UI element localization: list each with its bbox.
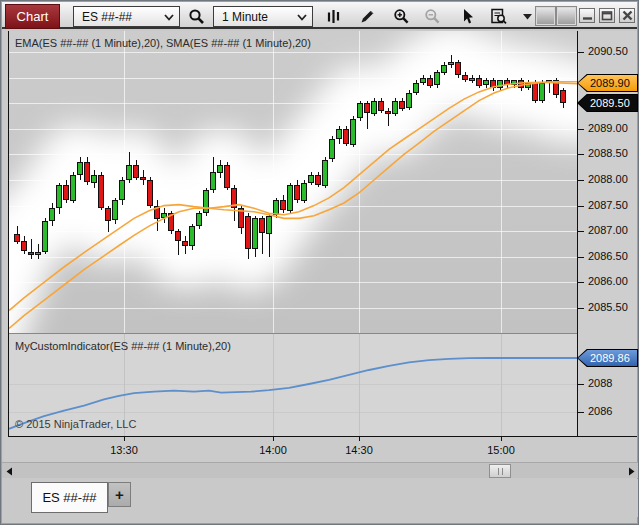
window-type-tab[interactable]: Chart — [5, 4, 60, 29]
caret-down-icon — [523, 14, 532, 20]
close-icon — [622, 10, 633, 21]
price-tick — [577, 180, 584, 181]
chart-region: EMA(ES ##-## (1 Minute),20), SMA(ES ##-#… — [4, 31, 637, 462]
price-axis-label: 2090.50 — [588, 45, 628, 57]
drawing-tools-button[interactable] — [354, 5, 380, 28]
time-axis-label: 14:00 — [248, 444, 298, 456]
price-tick — [577, 206, 584, 207]
minimize-button[interactable] — [579, 8, 595, 23]
ma-line — [9, 82, 577, 310]
zoom-out-button[interactable] — [419, 5, 445, 28]
time-tick — [359, 436, 360, 441]
price-tick — [577, 231, 584, 232]
chevron-down-icon — [164, 14, 174, 21]
price-marker-orange: 2089.90 — [577, 74, 638, 92]
time-axis[interactable]: 13:3014:0014:3015:00 — [4, 437, 637, 462]
add-tab-button[interactable]: + — [108, 482, 131, 507]
price-axis-label: 2086.50 — [588, 250, 628, 262]
chart-window: Chart ES ##-## 1 Minute — [0, 0, 639, 525]
price-axis-label: 2086.00 — [588, 275, 628, 287]
price-tick — [577, 154, 584, 155]
price-axis-label: 2086 — [588, 405, 612, 417]
search-icon — [188, 8, 205, 25]
scrollbar-thumb[interactable] — [489, 464, 511, 478]
time-axis-label: 14:30 — [334, 444, 384, 456]
data-box-button[interactable] — [486, 5, 512, 28]
zoom-in-icon — [393, 8, 410, 25]
close-button[interactable] — [619, 8, 635, 23]
report-magnifier-icon — [490, 8, 508, 25]
moving-average-lines — [9, 31, 577, 333]
interval-value: 1 Minute — [222, 10, 268, 24]
time-axis-label: 15:00 — [476, 444, 526, 456]
price-tick — [577, 282, 584, 283]
time-tick — [501, 436, 502, 441]
price-axis[interactable]: 2090.502089.002088.502088.002087.502087.… — [578, 31, 637, 436]
price-axis-label: 2087.00 — [588, 224, 628, 236]
tab-strip: ES ##-## + — [2, 479, 639, 517]
restore-icon — [601, 10, 613, 21]
price-tick — [577, 129, 584, 130]
price-axis-label: 2089.00 — [588, 122, 628, 134]
price-axis-label: 2087.50 — [588, 199, 628, 211]
price-tick — [577, 384, 584, 385]
triangle-left-icon — [5, 467, 13, 476]
price-marker-black: 2089.50 — [577, 94, 638, 112]
toolbar-more-button[interactable] — [518, 5, 536, 28]
time-tick — [124, 436, 125, 441]
pencil-icon — [359, 8, 376, 25]
time-tick — [273, 436, 274, 441]
scroll-right-button[interactable] — [625, 464, 639, 478]
price-marker-blue: 2089.86 — [577, 349, 638, 367]
price-axis-label: 2088 — [588, 377, 612, 389]
time-axis-label: 13:30 — [99, 444, 149, 456]
ma-line — [9, 82, 577, 329]
price-tick — [577, 308, 584, 309]
price-tick — [577, 412, 584, 413]
zoom-in-button[interactable] — [388, 5, 414, 28]
chevron-down-icon — [297, 14, 307, 21]
cursor-arrow-icon — [459, 8, 476, 25]
horizontal-scrollbar[interactable] — [2, 462, 639, 478]
price-tick — [577, 52, 584, 53]
chart-style-button[interactable] — [320, 5, 346, 28]
custom-toolbar-button-1[interactable] — [536, 7, 555, 25]
main-indicator-label: EMA(ES ##-## (1 Minute),20), SMA(ES ##-#… — [15, 37, 311, 49]
minimize-icon — [582, 10, 593, 21]
titlebar: Chart ES ##-## 1 Minute — [2, 2, 637, 29]
instrument-value: ES ##-## — [82, 10, 132, 24]
custom-toolbar-button-2[interactable] — [557, 7, 576, 25]
instrument-lookup-button[interactable] — [183, 5, 209, 28]
price-axis-label: 2088.50 — [588, 147, 628, 159]
price-axis-label: 2088.00 — [588, 173, 628, 185]
zoom-out-icon — [424, 8, 441, 25]
copyright-text: © 2015 NinjaTrader, LLC — [15, 418, 136, 430]
interval-selector[interactable]: 1 Minute — [213, 6, 313, 27]
instrument-selector[interactable]: ES ##-## — [73, 6, 180, 27]
triangle-right-icon — [628, 467, 636, 476]
indicator-panel[interactable]: MyCustomIndicator(ES ##-## (1 Minute),20… — [9, 334, 577, 436]
lower-indicator-label: MyCustomIndicator(ES ##-## (1 Minute),20… — [15, 340, 231, 352]
price-tick — [577, 257, 584, 258]
scroll-left-button[interactable] — [2, 464, 16, 478]
price-panel[interactable]: EMA(ES ##-## (1 Minute),20), SMA(ES ##-#… — [9, 31, 577, 333]
bar-chart-icon — [325, 8, 342, 25]
price-axis-label: 2085.50 — [588, 301, 628, 313]
tab-es-instrument[interactable]: ES ##-## — [31, 482, 108, 513]
cursor-mode-button[interactable] — [454, 5, 480, 28]
restore-button[interactable] — [599, 8, 615, 23]
